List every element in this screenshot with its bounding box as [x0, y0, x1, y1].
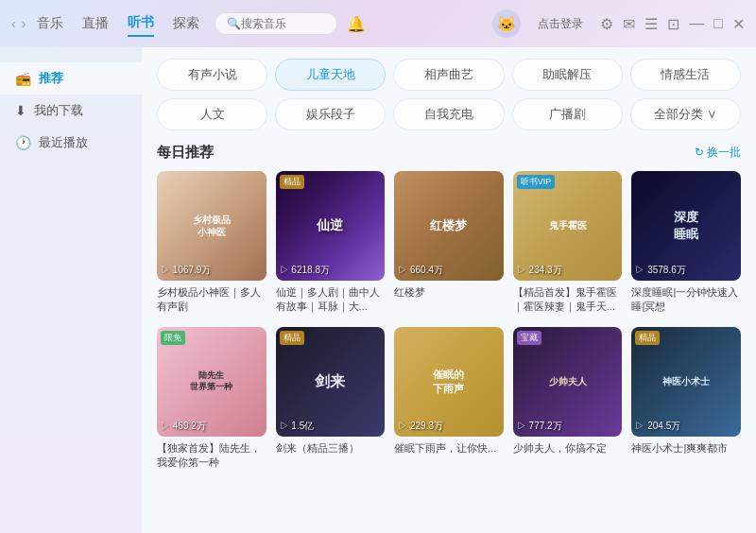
download-icon: ⬇	[15, 103, 26, 118]
card-4[interactable]: 鬼手霍医 听书VIP ▷ 234.3万 【精品首发】鬼手霍医｜霍医辣妻｜鬼手天.…	[513, 171, 623, 314]
refresh-button[interactable]: ↻ 换一批	[695, 145, 741, 161]
search-input[interactable]	[241, 17, 326, 30]
card-6[interactable]: 陆先生世界第一种 限免 ▷ 469.2万 【独家首发】陆先生，我爱你第一种	[157, 327, 266, 470]
back-arrow[interactable]: ‹	[11, 16, 16, 31]
avatar: 🐱	[492, 9, 521, 38]
card-7-play-count: ▷ 1.5亿	[280, 420, 315, 433]
card-3-play-count: ▷ 660.4万	[398, 264, 443, 277]
cat-tab-entertainment[interactable]: 娱乐段子	[275, 98, 386, 130]
cards-row1: 乡村极品小神医 ▷ 1067.9万 乡村极品小神医｜多人有声剧 仙逆 精品 ▷ …	[157, 171, 741, 314]
content-area: 有声小说 儿童天地 相声曲艺 助眠解压 情感生活 人文 娱乐段子 自我充电 广播…	[142, 47, 756, 533]
card-4-badge: 听书VIP	[517, 175, 556, 189]
card-3-title: 红楼梦	[394, 285, 504, 300]
card-4-title: 【精品首发】鬼手霍医｜霍医辣妻｜鬼手天...	[513, 285, 623, 315]
card-10-title: 神医小术士|爽爽都市	[631, 441, 741, 456]
card-7-title: 剑来（精品三播）	[276, 441, 386, 456]
cat-tab-novel[interactable]: 有声小说	[157, 59, 267, 91]
cat-tab-all[interactable]: 全部分类 ∨	[630, 98, 741, 130]
sidebar-label-recommend: 推荐	[39, 70, 63, 87]
card-5-title: 深度睡眠|一分钟快速入睡|冥想	[631, 285, 741, 315]
toolbar-mail-icon[interactable]: ✉	[623, 15, 635, 33]
card-9-title: 少帅夫人，你搞不定	[513, 441, 623, 456]
card-8[interactable]: 催眠的 下雨声 ▷ 229.3万 催眠下雨声，让你快...	[394, 327, 504, 470]
card-9[interactable]: 少帅夫人 宝藏 ▷ 777.2万 少帅夫人，你搞不定	[513, 327, 623, 470]
nav-item-live[interactable]: 直播	[82, 11, 109, 36]
nav-arrows: ‹ ›	[11, 16, 26, 31]
card-1-play-count: ▷ 1067.9万	[161, 264, 211, 277]
title-bar: ‹ › 音乐 直播 听书 探索 🔍 🔔 🐱 点击登录 ⚙ ✉ ☰ ⊡ — □ ✕	[0, 0, 756, 47]
card-9-play-count: ▷ 777.2万	[517, 420, 562, 433]
card-7[interactable]: 剑来 精品 ▷ 1.5亿 剑来（精品三播）	[276, 327, 386, 470]
bell-icon[interactable]: 🔔	[347, 15, 366, 33]
sidebar-item-downloads[interactable]: ⬇ 我的下载	[0, 95, 142, 127]
sidebar: 📻 推荐 ⬇ 我的下载 🕐 最近播放	[0, 47, 142, 533]
title-bar-right: 🐱 点击登录 ⚙ ✉ ☰ ⊡ — □ ✕	[492, 9, 745, 38]
card-10[interactable]: 神医小术士 精品 ▷ 204.5万 神医小术士|爽爽都市	[631, 327, 741, 470]
daily-recommend-header: 每日推荐 ↻ 换一批	[157, 144, 741, 162]
card-5[interactable]: 深度 睡眠 ▷ 3578.6万 深度睡眠|一分钟快速入睡|冥想	[631, 171, 741, 314]
maximize-button[interactable]: □	[713, 15, 723, 32]
card-2-badge: 精品	[280, 175, 304, 189]
nav-item-audiobook[interactable]: 听书	[128, 10, 154, 37]
sidebar-label-downloads: 我的下载	[34, 102, 83, 119]
main-container: 📻 推荐 ⬇ 我的下载 🕐 最近播放 有声小说 儿童天地 相声曲艺 助眠解压 情…	[0, 47, 756, 533]
top-nav: 音乐 直播 听书 探索	[37, 10, 199, 37]
cat-tab-humanities[interactable]: 人文	[157, 98, 267, 130]
card-1[interactable]: 乡村极品小神医 ▷ 1067.9万 乡村极品小神医｜多人有声剧	[157, 171, 266, 314]
cat-tab-radio[interactable]: 广播剧	[512, 98, 623, 130]
login-button[interactable]: 点击登录	[530, 13, 591, 35]
toolbar-menu-icon[interactable]: ☰	[644, 15, 658, 33]
cat-tab-children[interactable]: 儿童天地	[275, 59, 386, 91]
card-6-play-count: ▷ 469.2万	[161, 420, 206, 433]
card-2-title: 仙逆｜多人剧｜曲中人有故事｜耳脉｜大...	[276, 285, 386, 315]
card-6-title: 【独家首发】陆先生，我爱你第一种	[157, 441, 266, 471]
search-box[interactable]: 🔍	[215, 12, 337, 35]
card-10-play-count: ▷ 204.5万	[635, 420, 680, 433]
card-7-badge: 精品	[280, 331, 304, 345]
sidebar-item-recent[interactable]: 🕐 最近播放	[0, 127, 142, 159]
cat-tab-comedy[interactable]: 相声曲艺	[393, 59, 504, 91]
forward-arrow[interactable]: ›	[22, 16, 26, 31]
cards-row2: 陆先生世界第一种 限免 ▷ 469.2万 【独家首发】陆先生，我爱你第一种 剑来…	[157, 327, 741, 470]
nav-item-explore[interactable]: 探索	[173, 11, 199, 36]
minimize-button[interactable]: —	[689, 15, 704, 32]
recent-icon: 🕐	[15, 135, 31, 150]
cat-tab-emotion[interactable]: 情感生活	[630, 59, 741, 91]
card-5-play-count: ▷ 3578.6万	[635, 264, 685, 277]
card-8-title: 催眠下雨声，让你快...	[394, 441, 504, 456]
card-6-badge: 限免	[161, 331, 185, 345]
cat-tab-sleep[interactable]: 助眠解压	[512, 59, 623, 91]
recommend-icon: 📻	[15, 71, 31, 86]
nav-item-music[interactable]: 音乐	[37, 11, 63, 36]
daily-recommend-title: 每日推荐	[157, 144, 214, 162]
toolbar-pip-icon[interactable]: ⊡	[667, 15, 679, 33]
card-3[interactable]: 红楼梦 ▷ 660.4万 红楼梦	[394, 171, 504, 314]
card-2-play-count: ▷ 6218.8万	[280, 264, 330, 277]
toolbar-settings-icon[interactable]: ⚙	[600, 15, 613, 33]
sidebar-item-recommend[interactable]: 📻 推荐	[0, 62, 142, 95]
card-1-title: 乡村极品小神医｜多人有声剧	[157, 285, 266, 315]
close-button[interactable]: ✕	[732, 15, 745, 33]
card-8-play-count: ▷ 229.3万	[398, 420, 443, 433]
category-tabs-row2: 人文 娱乐段子 自我充电 广播剧 全部分类 ∨	[157, 98, 741, 130]
card-9-badge: 宝藏	[517, 331, 541, 345]
sidebar-label-recent: 最近播放	[39, 134, 88, 151]
card-4-play-count: ▷ 234.3万	[517, 264, 562, 277]
cat-tab-self-improve[interactable]: 自我充电	[393, 98, 504, 130]
search-icon: 🔍	[227, 17, 241, 30]
category-tabs-row1: 有声小说 儿童天地 相声曲艺 助眠解压 情感生活	[157, 59, 741, 91]
card-2[interactable]: 仙逆 精品 ▷ 6218.8万 仙逆｜多人剧｜曲中人有故事｜耳脉｜大...	[276, 171, 386, 314]
card-10-badge: 精品	[635, 331, 660, 345]
